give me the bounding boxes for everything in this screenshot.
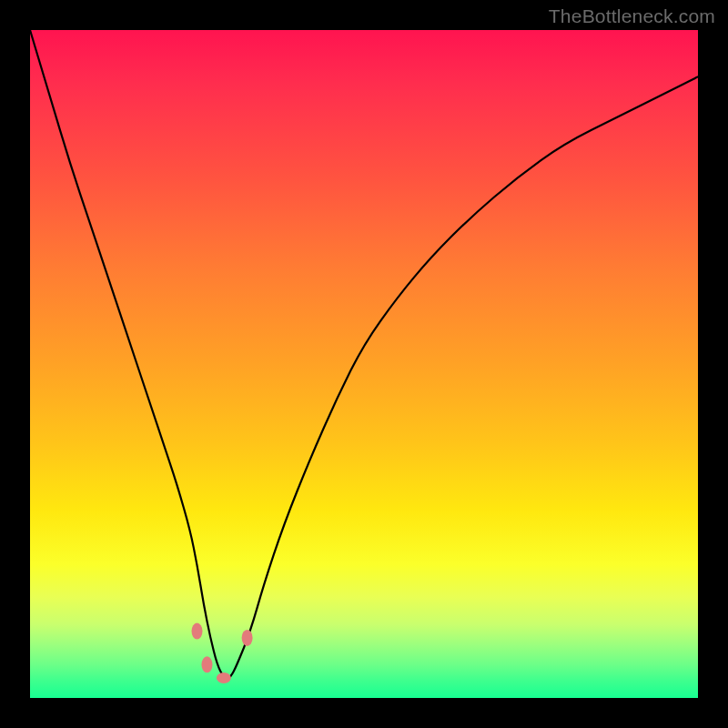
curve-svg [30, 30, 698, 698]
chart-frame: TheBottleneck.com [0, 0, 728, 728]
plot-area [30, 30, 698, 698]
watermark-text: TheBottleneck.com [549, 5, 715, 27]
marker-left-lower [202, 656, 213, 672]
marker-right [242, 630, 253, 646]
bottleneck-curve [30, 30, 698, 678]
markers-group [192, 623, 253, 683]
marker-bottom [217, 672, 231, 683]
marker-left-upper [192, 623, 203, 640]
